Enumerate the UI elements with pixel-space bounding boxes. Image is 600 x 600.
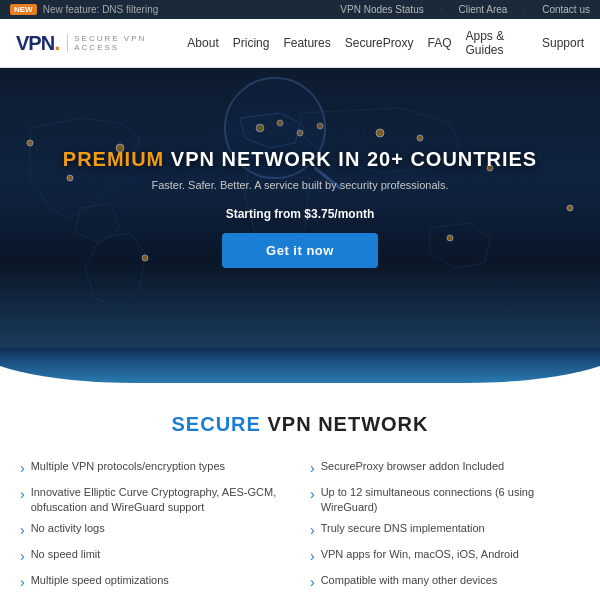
feature-item-left-0: › Multiple VPN protocols/encryption type… [20,456,290,482]
separator2: · [523,4,526,15]
nav-faq[interactable]: FAQ [427,36,451,50]
bullet-icon-4: › [20,573,25,593]
svg-point-14 [567,205,573,211]
nav-features[interactable]: Features [283,36,330,50]
client-area-link[interactable]: Client Area [458,4,507,15]
hero-title-premium: PREMIUM [63,148,164,170]
nav-links: About Pricing Features SecureProxy FAQ A… [187,29,584,57]
top-bar-left: NEW New feature: DNS filtering [10,4,158,15]
feature-item-left-2: › No activity logs [20,518,290,544]
hero-section: PREMIUM VPN NETWORK IN 20+ COUNTRIES Fas… [0,68,600,348]
logo-dot: . [54,30,59,55]
feature-text-left-0: Multiple VPN protocols/encryption types [31,459,225,474]
hero-price: Starting from $3.75/month [63,207,537,221]
nav-about[interactable]: About [187,36,218,50]
feature-text-right-3: VPN apps for Win, macOS, iOS, Android [321,547,519,562]
feature-item-right-2: › Truly secure DNS implementation [310,518,580,544]
hero-content: PREMIUM VPN NETWORK IN 20+ COUNTRIES Fas… [43,128,557,288]
feature-text-right-1: Up to 12 simultaneous connections (6 usi… [321,485,580,516]
nav-pricing[interactable]: Pricing [233,36,270,50]
features-section: SECURE VPN NETWORK › Multiple VPN protoc… [0,383,600,600]
earth-bar [0,343,600,383]
logo-text: VPN. [16,30,59,56]
feature-item-left-1: › Innovative Elliptic Curve Cryptography… [20,482,290,519]
feature-text-left-3: No speed limit [31,547,101,562]
navbar: VPN. SECURE VPN ACCESS About Pricing Fea… [0,19,600,68]
feature-text-left-1: Innovative Elliptic Curve Cryptography, … [31,485,290,516]
bullet-icon-3: › [20,547,25,567]
bullet-icon-0: › [20,459,25,479]
bullet-icon-r0: › [310,459,315,479]
feature-item-right-0: › SecureProxy browser addon Included [310,456,580,482]
nav-support[interactable]: Support [542,36,584,50]
hero-title-rest: VPN NETWORK IN 20+ COUNTRIES [164,148,537,170]
features-title-rest: VPN NETWORK [261,413,429,435]
bullet-icon-r1: › [310,485,315,505]
new-badge: NEW [10,4,37,15]
features-title-secure: SECURE [172,413,261,435]
feature-item-right-5: › Multiple countries: 21 (VPN), 32 (Secu… [310,595,580,600]
logo-sub: SECURE VPN ACCESS [67,34,187,52]
feature-text-left-4: Multiple speed optimizations [31,573,169,588]
feature-text-left-2: No activity logs [31,521,105,536]
svg-point-13 [27,140,33,146]
feature-text: New feature: DNS filtering [43,4,159,15]
logo: VPN. SECURE VPN ACCESS [16,30,187,56]
feature-item-left-4: › Multiple speed optimizations [20,570,290,596]
hero-title: PREMIUM VPN NETWORK IN 20+ COUNTRIES [63,148,537,171]
feature-text-right-0: SecureProxy browser addon Included [321,459,504,474]
feature-item-right-3: › VPN apps for Win, macOS, iOS, Android [310,544,580,570]
bullet-icon-2: › [20,521,25,541]
bullet-icon-1: › [20,485,25,505]
feature-text-right-2: Truly secure DNS implementation [321,521,485,536]
bullet-icon-r3: › [310,547,315,567]
top-bar-right: VPN Nodes Status · Client Area · Contact… [340,4,590,15]
nav-secureproxy[interactable]: SecureProxy [345,36,414,50]
features-grid: › Multiple VPN protocols/encryption type… [20,456,580,600]
top-bar: NEW New feature: DNS filtering VPN Nodes… [0,0,600,19]
vpn-nodes-link[interactable]: VPN Nodes Status [340,4,423,15]
bullet-icon-r2: › [310,521,315,541]
nav-apps-guides[interactable]: Apps & Guides [465,29,527,57]
features-right: › SecureProxy browser addon Included › U… [310,456,580,600]
feature-item-left-3: › No speed limit [20,544,290,570]
separator1: · [440,4,443,15]
feature-item-right-4: › Compatible with many other devices [310,570,580,596]
features-title: SECURE VPN NETWORK [20,413,580,436]
contact-link[interactable]: Contact us [542,4,590,15]
hero-subtitle: Faster. Safer. Better. A service built b… [63,179,537,191]
feature-text-right-4: Compatible with many other devices [321,573,498,588]
feature-item-right-1: › Up to 12 simultaneous connections (6 u… [310,482,580,519]
bullet-icon-r4: › [310,573,315,593]
features-left: › Multiple VPN protocols/encryption type… [20,456,290,600]
cta-button[interactable]: Get it now [222,233,378,268]
